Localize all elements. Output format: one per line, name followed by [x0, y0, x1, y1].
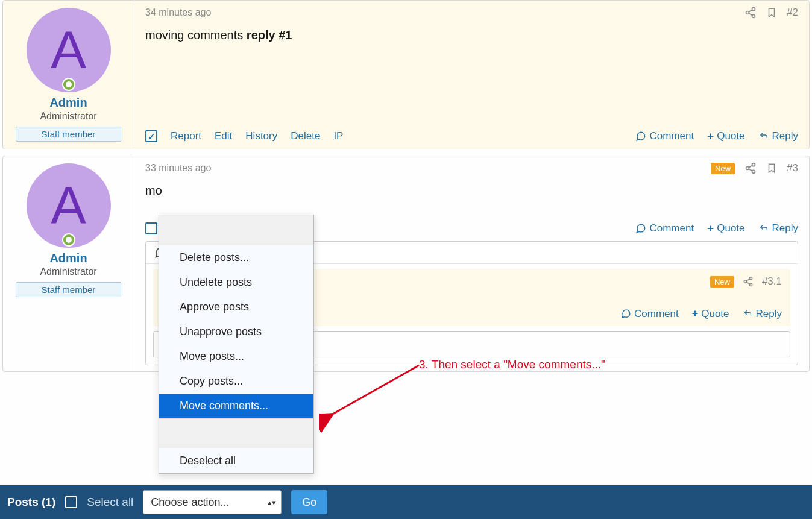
- post-number[interactable]: #3: [787, 162, 798, 174]
- dropdown-item-undelete-posts[interactable]: Undelete posts: [159, 270, 313, 295]
- quote-link[interactable]: +Quote: [692, 307, 729, 320]
- user-column: A Admin Administrator Staff member: [3, 156, 134, 371]
- new-badge: New: [711, 163, 735, 174]
- comment-link[interactable]: Comment: [635, 130, 694, 142]
- svg-point-10: [749, 277, 752, 280]
- online-badge-icon: [62, 233, 75, 247]
- svg-line-14: [746, 282, 749, 284]
- user-role: Administrator: [9, 111, 128, 122]
- action-dropdown: Delete posts... Undelete posts Approve p…: [159, 215, 314, 378]
- bookmark-icon[interactable]: [766, 162, 777, 174]
- svg-point-6: [746, 167, 749, 170]
- online-badge-icon: [62, 78, 75, 91]
- post-number[interactable]: #2: [787, 7, 798, 19]
- svg-line-4: [749, 13, 752, 15]
- post-main: 34 minutes ago #2 moving comments reply …: [134, 1, 809, 149]
- comment-link[interactable]: Comment: [635, 222, 694, 234]
- post-timestamp[interactable]: 33 minutes ago: [145, 163, 211, 174]
- share-icon[interactable]: [744, 162, 757, 174]
- select-post-checkbox[interactable]: [145, 130, 157, 142]
- avatar[interactable]: A: [27, 163, 111, 248]
- new-badge: New: [710, 276, 734, 288]
- avatar-initial: A: [51, 19, 86, 81]
- select-post-checkbox[interactable]: [145, 222, 157, 234]
- user-column: A Admin Administrator Staff member: [3, 1, 134, 149]
- staff-badge: Staff member: [16, 127, 121, 142]
- svg-line-13: [746, 279, 749, 281]
- post-timestamp[interactable]: 34 minutes ago: [145, 7, 211, 18]
- reply-link[interactable]: Reply: [758, 222, 798, 234]
- svg-point-0: [752, 8, 755, 11]
- svg-line-8: [749, 165, 752, 167]
- comment-link[interactable]: Comment: [621, 308, 679, 320]
- history-link[interactable]: History: [245, 130, 277, 142]
- share-icon[interactable]: [743, 276, 754, 287]
- svg-point-2: [752, 14, 755, 17]
- report-link[interactable]: Report: [171, 130, 201, 142]
- avatar-initial: A: [51, 175, 86, 236]
- ip-link[interactable]: IP: [333, 130, 343, 142]
- svg-point-7: [752, 170, 755, 173]
- avatar[interactable]: A: [27, 8, 111, 92]
- dropdown-item-copy-posts[interactable]: Copy posts...: [159, 369, 313, 378]
- dropdown-item-unapprove-posts[interactable]: Unapprove posts: [159, 319, 313, 344]
- reply-link[interactable]: Reply: [743, 308, 782, 320]
- svg-point-5: [752, 163, 755, 166]
- edit-link[interactable]: Edit: [215, 130, 232, 142]
- dropdown-item-move-posts[interactable]: Move posts...: [159, 344, 313, 369]
- svg-point-11: [744, 280, 747, 283]
- reply-link[interactable]: Reply: [758, 130, 798, 142]
- post-body: moving comments reply #1: [145, 28, 798, 105]
- quote-link[interactable]: +Quote: [707, 130, 744, 143]
- dropdown-item-approve-posts[interactable]: Approve posts: [159, 295, 313, 319]
- post: A Admin Administrator Staff member 34 mi…: [2, 0, 810, 149]
- delete-link[interactable]: Delete: [291, 130, 320, 142]
- svg-line-3: [749, 10, 752, 11]
- comment-number[interactable]: #3.1: [762, 275, 782, 288]
- dropdown-header-spacer: [159, 215, 313, 245]
- username-link[interactable]: Admin: [9, 96, 128, 110]
- svg-point-1: [746, 11, 749, 14]
- username-link[interactable]: Admin: [9, 251, 128, 265]
- svg-point-12: [749, 283, 752, 286]
- user-role: Administrator: [9, 266, 128, 277]
- post-body: mo: [145, 184, 798, 198]
- bookmark-icon[interactable]: [766, 7, 777, 19]
- share-icon[interactable]: [744, 7, 757, 19]
- quote-link[interactable]: +Quote: [707, 222, 744, 235]
- dropdown-item-delete-posts[interactable]: Delete posts...: [159, 245, 313, 270]
- staff-badge: Staff member: [16, 282, 121, 297]
- post: A Admin Administrator Staff member 33 mi…: [2, 156, 810, 372]
- svg-line-9: [749, 169, 752, 171]
